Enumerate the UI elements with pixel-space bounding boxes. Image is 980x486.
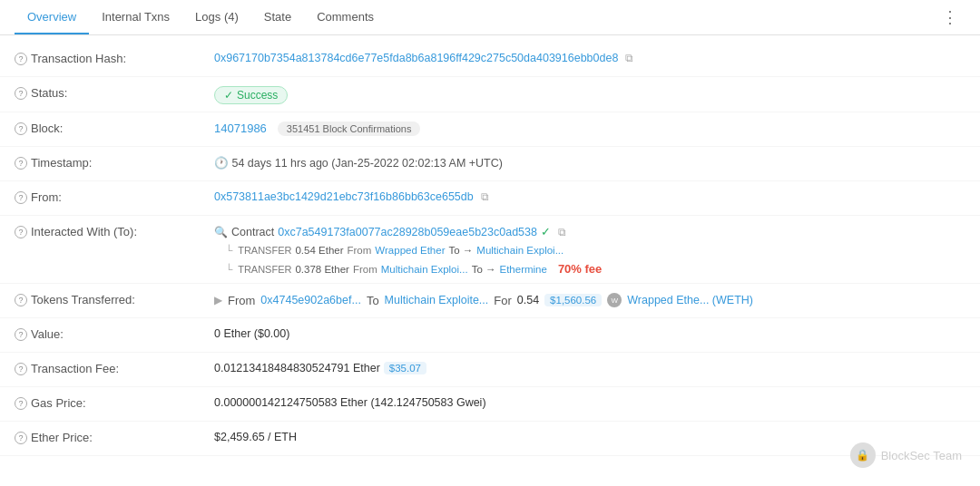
transfer-2-to[interactable]: Ethermine [499, 264, 546, 275]
block-number[interactable]: 14071986 [214, 122, 267, 135]
value-label: ? Value: [15, 326, 214, 341]
from-label: ? From: [15, 189, 214, 204]
token-icon: W [607, 293, 622, 307]
help-icon-timestamp[interactable]: ? [15, 157, 27, 170]
transaction-details: ? Transaction Hash: 0x967170b7354a813784… [0, 35, 980, 463]
tab-bar: Overview Internal Txns Logs (4) State Co… [0, 0, 980, 35]
tab-overview[interactable]: Overview [15, 1, 89, 34]
confirmations-badge: 351451 Block Confirmations [278, 122, 421, 136]
tab-logs[interactable]: Logs (4) [182, 1, 251, 34]
help-icon-interacted[interactable]: ? [15, 226, 27, 238]
help-icon-value[interactable]: ? [15, 328, 27, 341]
tx-fee-row: ? Transaction Fee: 0.0121341848483052479… [0, 353, 980, 387]
transfer-1-to[interactable]: Multichain Exploi... [476, 245, 564, 256]
tokens-value: ▶ From 0x4745e902a6bef... To Multichain … [214, 291, 965, 307]
help-icon-tokens[interactable]: ? [15, 294, 27, 306]
blocksec-logo-text: BlockSec Team [881, 449, 962, 462]
tx-fee-value: 0.01213418484830524791 Ether $35.07 [214, 360, 965, 374]
verified-icon: ✓ [541, 225, 551, 238]
tx-fee-text: 0.01213418484830524791 Ether [214, 362, 380, 374]
help-icon-block[interactable]: ? [15, 122, 27, 135]
timestamp-value: 🕐 54 days 11 hrs ago (Jan-25-2022 02:02:… [214, 154, 965, 170]
tokens-amount: 0.54 [517, 294, 539, 306]
transfer-row-1: └ TRANSFER 0.54 Ether From Wrapped Ether… [214, 245, 564, 256]
value-text: 0 Ether ($0.00) [214, 327, 289, 340]
contract-address[interactable]: 0xc7a549173fa0077ac28928b059eae5b23c0ad5… [278, 226, 537, 238]
value-row: ? Value: 0 Ether ($0.00) [0, 318, 980, 353]
tokens-for-label: For [494, 294, 512, 307]
help-icon-status[interactable]: ? [15, 87, 27, 100]
status-label: ? Status: [15, 84, 214, 100]
gas-price-row: ? Gas Price: 0.000000142124750583 Ether … [0, 387, 980, 422]
from-value: 0x573811ae3bc1429d21ebc73f16b86bb63ce655… [214, 189, 965, 203]
ether-price-label: ? Ether Price: [15, 429, 214, 444]
transfer-2-from[interactable]: Multichain Exploi... [381, 264, 468, 275]
gas-price-text: 0.000000142124750583 Ether (142.12475058… [214, 396, 486, 409]
tokens-usd-badge: $1,560.56 [544, 294, 602, 306]
search-icon: 🔍 [214, 226, 228, 238]
tokens-label: ? Tokens Transferred: [15, 291, 214, 306]
copy-icon-contract[interactable]: ⧉ [558, 226, 566, 238]
transfer-row-2: └ TRANSFER 0.378 Ether From Multichain E… [214, 262, 602, 276]
timestamp-text: 🕐 54 days 11 hrs ago (Jan-25-2022 02:02:… [214, 156, 503, 170]
copy-icon[interactable]: ⧉ [625, 52, 633, 64]
footer-logo: 🔒 BlockSec Team [850, 442, 962, 463]
more-menu-icon[interactable]: ⋮ [935, 0, 965, 34]
block-label: ? Block: [15, 120, 214, 135]
interacted-value: 🔍 Contract 0xc7a549173fa0077ac28928b059e… [214, 223, 965, 276]
help-icon-gas[interactable]: ? [15, 397, 27, 410]
tokens-row: ? Tokens Transferred: ▶ From 0x4745e902a… [0, 284, 980, 318]
tokens-to-address[interactable]: Multichain Exploite... [385, 294, 489, 306]
tokens-to-label: To [367, 294, 379, 307]
tab-state[interactable]: State [251, 1, 304, 34]
contract-main-row: 🔍 Contract 0xc7a549173fa0077ac28928b059e… [214, 225, 566, 238]
transaction-hash-row: ? Transaction Hash: 0x967170b7354a813784… [0, 43, 980, 77]
help-icon-eth-price[interactable]: ? [15, 432, 27, 444]
timestamp-row: ? Timestamp: 🕐 54 days 11 hrs ago (Jan-2… [0, 147, 980, 181]
transaction-hash-value: 0x967170b7354a813784cd6e77e5fda8b6a8196f… [214, 50, 965, 64]
ether-price-value: $2,459.65 / ETH [214, 429, 965, 443]
from-row: ? From: 0x573811ae3bc1429d21ebc73f16b86b… [0, 181, 980, 216]
tokens-from-address[interactable]: 0x4745e902a6bef... [260, 294, 361, 306]
tokens-from-label: From [228, 294, 255, 307]
from-address[interactable]: 0x573811ae3bc1429d21ebc73f16b86bb63ce655… [214, 190, 474, 203]
token-name[interactable]: Wrapped Ethe... (WETH) [627, 294, 753, 306]
ether-price-row: ? Ether Price: $2,459.65 / ETH [0, 422, 980, 456]
help-icon-fee[interactable]: ? [15, 363, 27, 375]
ether-price-text: $2,459.65 / ETH [214, 431, 297, 443]
gas-price-label: ? Gas Price: [15, 394, 214, 410]
tab-comments[interactable]: Comments [304, 1, 387, 34]
tab-internal-txns[interactable]: Internal Txns [89, 1, 182, 34]
blocksec-logo-icon: 🔒 [850, 442, 876, 463]
status-badge: Success [214, 86, 288, 104]
fee-highlight: 70% fee [558, 262, 602, 276]
contract-label-text: Contract [231, 226, 274, 238]
value-value: 0 Ether ($0.00) [214, 326, 965, 340]
interacted-label: ? Interacted With (To): [15, 223, 214, 238]
status-row: ? Status: Success [0, 77, 980, 112]
help-icon-from[interactable]: ? [15, 191, 27, 204]
block-row: ? Block: 14071986 351451 Block Confirmat… [0, 112, 980, 147]
help-icon-tx[interactable]: ? [15, 53, 27, 65]
tx-fee-usd: $35.07 [384, 362, 426, 374]
tx-hash-text[interactable]: 0x967170b7354a813784cd6e77e5fda8b6a8196f… [214, 52, 618, 64]
timestamp-label: ? Timestamp: [15, 154, 214, 170]
transfer-1-from[interactable]: Wrapped Ether [375, 245, 445, 256]
tx-fee-label: ? Transaction Fee: [15, 360, 214, 375]
status-value: Success [214, 84, 965, 104]
transaction-hash-label: ? Transaction Hash: [15, 50, 214, 65]
block-value: 14071986 351451 Block Confirmations [214, 120, 965, 136]
copy-icon-from[interactable]: ⧉ [481, 190, 489, 203]
interacted-row: ? Interacted With (To): 🔍 Contract 0xc7a… [0, 216, 980, 284]
arrow-icon: ▶ [214, 294, 222, 306]
gas-price-value: 0.000000142124750583 Ether (142.12475058… [214, 394, 965, 409]
